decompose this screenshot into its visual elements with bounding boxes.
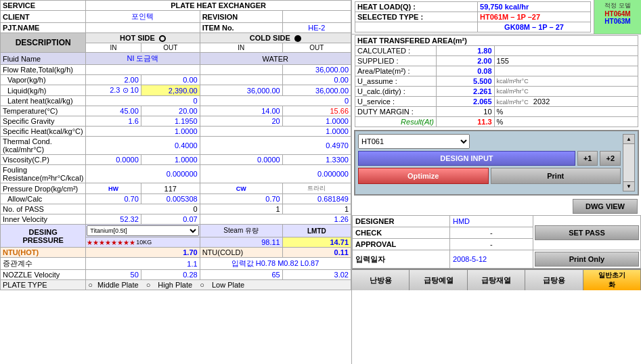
design-input-button[interactable]: DESIGN INPUT [358,151,575,166]
vis-hot-out: 1.0000 [141,155,200,165]
no-pass-cold: 1 [200,204,282,214]
calculated-label: CALCULATED : [355,46,437,56]
allow-hot: 0.70 [86,194,141,204]
tc-label: Thermal Cond.(kcal/mhr°C) [1,137,86,155]
supplied-right: 155 [494,56,638,66]
temperature-row: Temperature(°C) 45.00 20.00 14.00 15.66 [1,106,351,116]
nozzle-mid: 0.28 [141,270,200,280]
calc-cold: 0.681849 [282,194,351,204]
plus2-button[interactable]: +2 [600,151,621,166]
dwg-view-button[interactable]: DWG VIEW [573,199,638,214]
set-pass-cell[interactable]: SET PASS [533,216,640,250]
temp-cold-out: 15.66 [282,106,351,116]
hot-side-header: HOT SIDE [86,33,200,43]
pressure-select-cell[interactable]: ★★★★★★★★ 10KG [86,237,200,248]
approval-val: - [449,239,533,250]
nozzle-val: 3.02 [282,270,351,280]
service-label: SERVICE [1,1,86,11]
heat-load-label: HEAT LOAD(Q) : [355,2,478,12]
approval-label: APPROVAL [353,239,450,250]
print-only-button[interactable]: Print Only [535,252,639,267]
liquid-label: Liquid(kg/h) [1,85,86,96]
dwg-view-row: DWG VIEW [355,199,638,214]
sg-hot-in: 1.6 [86,116,141,127]
sh-hot: 1.0000 [86,127,200,137]
u-calc-row: U_calc.(dirty) : 2.261 kcal/m²hr°C [355,87,638,97]
u-calc-unit: kcal/m²hr°C [494,87,638,97]
gk-model: GK08M – 1P – 27 [478,22,591,32]
hot-in-header: IN [86,43,141,53]
btn-일반초기화[interactable]: 일반초기 화 [583,270,641,290]
scroll-down-btn[interactable]: ▼ [623,181,634,191]
heat-transfer-table: HEAT TRANSFERED AREA(m²) CALCULATED : 1.… [355,35,638,127]
plate-type-label: PLATE TYPE [1,280,86,290]
gk-row: GK08M – 1P – 27 [355,22,591,32]
main-table: SERVICE PLATE HEAT EXCHANGER CLIENT 포인텍 … [0,0,351,290]
plus1-button[interactable]: +1 [577,151,598,166]
pressure-drop-label: Pressure Drop(kg/cm²) [1,183,86,194]
liquid-hot-out: 2,390.00 [141,85,200,96]
desing-select[interactable]: Titanium[0.5t] [87,225,198,236]
u-service-row: U_service : 2.065 kcal/m²hr°C 2032 [355,97,638,107]
scroll-up-btn[interactable]: ▲ [623,135,634,144]
vapor-cold-out: 0.00 [282,75,351,85]
supplied-label: SUPPLIED : [355,56,437,66]
control-section: HT061 DESIGN INPUT +1 +2 Optimize Print … [354,130,639,196]
btn-난방용[interactable]: 난방용 [352,270,410,290]
coefficient-label: 증관계수 [1,258,86,270]
print-button[interactable]: Print [491,168,621,184]
set-pass-button[interactable]: SET PASS [535,225,639,240]
u-service-right: 2032 [533,97,550,106]
temp-cold-in: 14.00 [200,106,282,116]
u-assume-val: 5.500 [437,76,495,87]
optimize-button[interactable]: Optimize [358,168,489,184]
viscosity-label: Viscosity(C.P) [1,155,86,165]
btn-급탕재열[interactable]: 급탕재열 [468,270,525,290]
pjt-row: PJT.NAME ITEM No. HE-2 [1,23,351,33]
optimize-print-row: Optimize Print [358,168,621,184]
tc-cold: 0.4970 [200,137,351,155]
nozzle-label: NOZZLE Velocity [1,270,86,280]
design-input-row: DESIGN INPUT +1 +2 [358,151,621,166]
fluid-label: Fluid Name [1,53,86,65]
적정모델-label: 적정 모델 [596,1,640,10]
pressure-drop-row: Pressure Drop(kg/cm²) HW 117 CW 트라리 [1,183,351,194]
result-val: 11.3 [437,117,495,127]
fouling-label: Fouling Resistance(m²hr°C/kcal) [1,165,86,183]
u-assume-row: U_assume : 5.500 kcal/m²hr°C [355,76,638,87]
u-calc-val: 2.261 [437,87,495,97]
description-cell: DESCRIPTION [1,33,86,53]
result-unit: % [494,117,638,127]
designer-table: DESIGNER HMD SET PASS CHECK - APPROVAL -… [352,215,641,269]
iv-cold: 1.26 [200,214,351,225]
fouling-hot: 0.000000 [86,165,200,183]
latent-row: Latent heat(kcal/kg) 0 0 [1,96,351,106]
u-assume-label: U_assume : [355,76,437,87]
btn-급탕예열[interactable]: 급탕예열 [410,270,467,290]
latent-hot: 0 [86,96,200,106]
sg-row: Specific Gravity 1.6 1.1950 20 1.0000 [1,116,351,127]
cold-side-header: COLD SIDE [200,33,351,43]
desing-select-cell[interactable]: Titanium[0.5t] [86,225,200,237]
model-select[interactable]: HT061 [358,134,470,149]
print-only-cell[interactable]: Print Only [533,250,640,269]
heat-transfer-label: HEAT TRANSFERED AREA(m²) [355,36,638,46]
fluid-hot: NI 도금액 [86,53,200,65]
iv-hot-in: 52.32 [86,214,141,225]
latent-label: Latent heat(kcal/kg) [1,96,86,106]
lmtd-val2: 14.71 [282,237,351,248]
selected-type-label: SELECTED TYPE : [355,12,478,22]
input-label: 입력값 [231,259,254,267]
pressure-hw-val: 117 [141,183,200,194]
model-right1: HT064M [596,10,640,18]
sg-hot-out: 1.1950 [141,116,200,127]
btn-급탕용[interactable]: 급탕용 [525,270,583,290]
designer-label: DESIGNER [353,216,450,227]
client-row: CLIENT 포인텍 REVISION [1,11,351,23]
client-value: 포인텍 [86,11,200,23]
cold-circle-icon [294,35,301,42]
liquid-row: Liquid(kg/h) 2.3 ⊙ 10 2,390.00 36,000.00… [1,85,351,96]
right-panel: HEAT LOAD(Q) : 59,750 kcal/hr SELECTED T… [352,0,641,364]
scroll-track [623,144,634,181]
control-scrollbar[interactable]: ▲ ▼ [623,134,635,191]
